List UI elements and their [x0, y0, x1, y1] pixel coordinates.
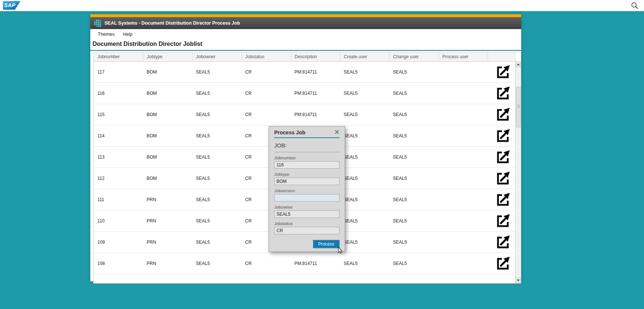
- row-action-cell[interactable]: [488, 146, 516, 168]
- table-cell: SEAL5: [389, 61, 438, 82]
- row-action-cell[interactable]: [488, 82, 516, 104]
- field-label-jobtype: Jobtype: [274, 172, 340, 177]
- row-action-cell[interactable]: [488, 210, 516, 231]
- vertical-scrollbar[interactable]: [515, 62, 521, 283]
- table-cell: SEAL5: [340, 231, 389, 253]
- table-cell: 116: [94, 82, 143, 104]
- close-icon[interactable]: ✕: [334, 130, 340, 135]
- process-button[interactable]: Process: [313, 240, 340, 248]
- column-header-change-user[interactable]: Change user: [389, 52, 438, 61]
- table-cell: SEAL5: [389, 189, 438, 210]
- column-header-create-user[interactable]: Create user: [340, 52, 389, 61]
- thumb-grip-icon: [517, 105, 520, 105]
- table-row[interactable]: 117BOMSEAL5CRPM:814711SEAL5SEAL5: [94, 61, 516, 82]
- scroll-up-button[interactable]: [516, 62, 521, 67]
- window-title: SEAL Systems - Document Distribution Dir…: [104, 21, 240, 26]
- export-share-icon[interactable]: [495, 107, 511, 122]
- field-input-jobnumber[interactable]: [274, 161, 340, 169]
- table-cell: 114: [94, 125, 143, 146]
- export-share-icon[interactable]: [495, 149, 511, 165]
- mouse-cursor-icon: [337, 247, 344, 254]
- table-cell: SEAL5: [389, 231, 438, 253]
- table-cell: SEAL5: [340, 210, 389, 231]
- table-cell: [438, 253, 488, 274]
- export-share-icon[interactable]: [495, 171, 511, 186]
- table-cell: SEAL5: [340, 61, 389, 82]
- table-cell: SEAL5: [389, 82, 438, 104]
- export-share-icon[interactable]: [495, 234, 511, 250]
- export-share-icon[interactable]: [495, 128, 511, 144]
- table-cell: BOM: [143, 61, 192, 82]
- table-cell: SEAL5: [340, 253, 389, 274]
- table-header-row: JobnumberJobtypeJobownerJobstatusDescrip…: [94, 52, 516, 61]
- table-row[interactable]: 115BOMSEAL5CRPM:814711SEAL5SEAL5: [94, 104, 516, 125]
- column-header-jobtype[interactable]: Jobtype: [143, 52, 192, 61]
- table-cell: [438, 168, 488, 189]
- table-cell: BOM: [143, 104, 192, 125]
- search-icon[interactable]: [631, 1, 639, 10]
- export-share-icon[interactable]: [495, 213, 511, 229]
- field-input-jobtype[interactable]: [274, 178, 340, 185]
- table-cell: 117: [94, 61, 143, 82]
- table-cell: SEAL5: [192, 231, 241, 253]
- table-cell: SEAL5: [340, 146, 389, 168]
- field-input-jobversion[interactable]: [274, 194, 340, 202]
- top-system-bar: SAP: [0, 0, 644, 11]
- table-cell: SEAL5: [192, 189, 241, 210]
- table-cell: SEAL5: [340, 189, 389, 210]
- table-cell: CR: [241, 253, 291, 274]
- row-action-cell[interactable]: [488, 104, 516, 125]
- table-cell: PRN: [143, 253, 192, 274]
- table-cell: 109: [94, 231, 143, 253]
- sap-logo[interactable]: SAP: [3, 1, 21, 10]
- page-title: Document Distribution Director Joblist: [90, 39, 521, 51]
- table-cell: BOM: [143, 146, 192, 168]
- table-row[interactable]: 108PRNSEAL5CRPM:814711SEAL5SEAL5: [94, 253, 516, 274]
- table-cell: BOM: [143, 168, 192, 189]
- table-cell: SEAL5: [192, 146, 241, 168]
- table-cell: SEAL5: [340, 125, 389, 146]
- menu-themes[interactable]: Themes: [98, 32, 115, 37]
- column-header-description[interactable]: Description: [291, 52, 340, 61]
- scrollbar-thumb[interactable]: [516, 87, 520, 127]
- export-share-icon[interactable]: [495, 256, 511, 271]
- export-share-icon[interactable]: [495, 64, 511, 80]
- process-job-dialog: Process Job ✕ JOB: JobnumberJobtypeJobve…: [269, 126, 345, 252]
- dialog-header: Process Job ✕: [274, 129, 340, 135]
- table-cell: [438, 231, 488, 253]
- table-cell: CR: [241, 82, 291, 104]
- column-header-process-user[interactable]: Process user: [438, 52, 488, 61]
- menu-help[interactable]: Help: [123, 32, 132, 37]
- export-share-icon[interactable]: [495, 85, 511, 101]
- table-cell: SEAL5: [192, 125, 241, 146]
- accent-bar: [90, 14, 521, 17]
- export-share-icon[interactable]: [495, 192, 511, 207]
- dialog-title-underline: [274, 137, 340, 138]
- column-header-jobstatus[interactable]: Jobstatus: [241, 52, 291, 61]
- table-cell: SEAL5: [389, 168, 438, 189]
- table-cell: PRN: [143, 231, 192, 253]
- field-input-jobstatus[interactable]: [274, 227, 340, 234]
- dialog-section-label: JOB:: [274, 142, 340, 149]
- row-action-cell[interactable]: [488, 231, 516, 253]
- field-input-jobowner[interactable]: [274, 210, 340, 218]
- column-header-jobowner[interactable]: Jobowner: [192, 52, 241, 61]
- table-cell: 112: [94, 168, 143, 189]
- row-action-cell[interactable]: [488, 125, 516, 146]
- column-header-jobnumber[interactable]: Jobnumber: [94, 52, 143, 61]
- table-cell: SEAL5: [389, 104, 438, 125]
- table-cell: 115: [94, 104, 143, 125]
- table-cell: SEAL5: [192, 253, 241, 274]
- scroll-down-button[interactable]: [516, 278, 521, 283]
- row-action-cell[interactable]: [488, 61, 516, 82]
- row-action-cell[interactable]: [488, 168, 516, 189]
- up-arrow-icon: [517, 63, 520, 65]
- table-cell: [438, 61, 488, 82]
- table-cell: PRN: [143, 210, 192, 231]
- row-action-cell[interactable]: [488, 189, 516, 210]
- table-row[interactable]: 116BOMSEAL5CRPM:814711SEAL5SEAL5: [94, 82, 516, 104]
- row-action-cell[interactable]: [488, 253, 516, 274]
- table-cell: SEAL5: [340, 104, 389, 125]
- dialog-title: Process Job: [274, 129, 305, 135]
- dialog-fields: JobnumberJobtypeJobversionJobownerJobsta…: [274, 156, 340, 234]
